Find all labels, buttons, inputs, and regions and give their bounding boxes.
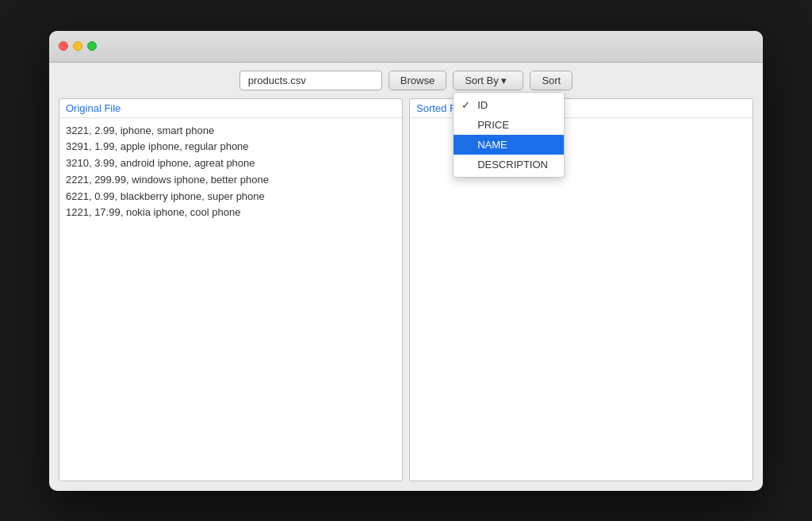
toolbar: Browse Sort By ▾ ID PRICE NAME DESCRIPTI… — [49, 63, 763, 98]
original-panel-content: 3221, 2.99, iphone, smart phone3291, 1.9… — [59, 118, 402, 481]
dropdown-menu: ID PRICE NAME DESCRIPTION — [453, 92, 565, 178]
close-button[interactable] — [59, 41, 68, 51]
original-panel: Original File 3221, 2.99, iphone, smart … — [59, 98, 403, 481]
dropdown-item-name[interactable]: NAME — [454, 135, 564, 155]
list-item: 3221, 2.99, iphone, smart phone — [66, 123, 396, 140]
traffic-lights — [59, 41, 97, 51]
maximize-button[interactable] — [87, 41, 97, 51]
dropdown-item-id[interactable]: ID — [454, 95, 564, 115]
dropdown-item-description[interactable]: DESCRIPTION — [454, 155, 564, 174]
minimize-button[interactable] — [73, 41, 82, 51]
list-item: 1221, 17.99, nokia iphone, cool phone — [66, 205, 396, 221]
sort-button[interactable]: Sort — [530, 71, 573, 90]
list-item: 6221, 0.99, blackberry iphone, super pho… — [66, 189, 396, 205]
main-window: Browse Sort By ▾ ID PRICE NAME DESCRIPTI… — [49, 31, 763, 491]
list-item: 3291, 1.99, apple iphone, regular phone — [66, 139, 396, 155]
original-panel-header: Original File — [59, 99, 402, 118]
content-area: Original File 3221, 2.99, iphone, smart … — [49, 98, 763, 491]
sort-by-label: Sort By ▾ — [465, 75, 507, 86]
dropdown-item-price[interactable]: PRICE — [454, 115, 564, 135]
list-item: 3210, 3.99, android iphone, agreat phone — [66, 155, 396, 172]
sort-by-dropdown[interactable]: Sort By ▾ ID PRICE NAME DESCRIPTION — [453, 71, 523, 90]
titlebar — [49, 31, 763, 63]
list-item: 2221, 299.99, windows iphone, better pho… — [66, 172, 396, 189]
file-input[interactable] — [239, 71, 382, 90]
sort-by-button[interactable]: Sort By ▾ — [453, 71, 523, 90]
browse-button[interactable]: Browse — [389, 71, 446, 90]
